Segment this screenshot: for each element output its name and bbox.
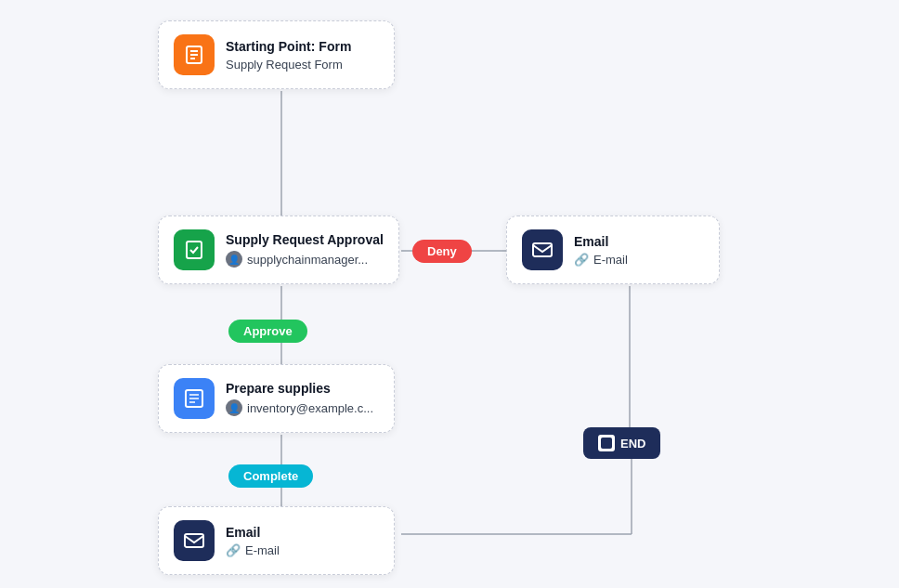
link-icon-2: 🔗: [226, 543, 241, 557]
email-final-icon: [174, 520, 215, 561]
end-node: END: [583, 427, 660, 459]
email-deny-subtitle: 🔗 E-mail: [574, 253, 628, 267]
prepare-supplies-node[interactable]: Prepare supplies 👤 inventory@example.c..…: [158, 364, 395, 433]
prepare-title: Prepare supplies: [226, 381, 373, 396]
complete-badge[interactable]: Complete: [228, 464, 313, 488]
deny-badge[interactable]: Deny: [412, 240, 472, 263]
email-deny-title: Email: [574, 234, 628, 249]
end-label: END: [620, 437, 645, 451]
email-final-subtitle: 🔗 E-mail: [226, 543, 280, 557]
node-subtitle: Supply Request Form: [226, 58, 351, 72]
approval-title: Supply Request Approval: [226, 232, 384, 247]
email-deny-node[interactable]: Email 🔗 E-mail: [506, 216, 720, 284]
svg-rect-17: [185, 534, 203, 547]
approval-subtitle: 👤 supplychainmanager...: [226, 251, 384, 268]
prepare-subtitle: 👤 inventory@example.c...: [226, 399, 373, 416]
person-icon-2: 👤: [226, 399, 242, 416]
svg-rect-12: [533, 243, 552, 256]
approval-node[interactable]: Supply Request Approval 👤 supplychainman…: [158, 216, 399, 284]
link-icon: 🔗: [574, 253, 589, 267]
end-icon: [598, 435, 615, 451]
svg-rect-18: [601, 438, 612, 449]
flow-canvas: Starting Point: Form Supply Request Form…: [0, 0, 899, 588]
approve-badge[interactable]: Approve: [228, 320, 307, 343]
starting-point-node[interactable]: Starting Point: Form Supply Request Form: [158, 20, 395, 89]
person-icon: 👤: [226, 251, 242, 268]
svg-rect-11: [187, 242, 202, 258]
approval-icon: [174, 229, 215, 270]
email-deny-icon: [522, 229, 563, 270]
email-final-title: Email: [226, 525, 280, 540]
form-icon: [174, 34, 215, 75]
node-title: Starting Point: Form: [226, 39, 351, 54]
prepare-icon: [174, 378, 215, 419]
email-final-node[interactable]: Email 🔗 E-mail: [158, 506, 395, 575]
